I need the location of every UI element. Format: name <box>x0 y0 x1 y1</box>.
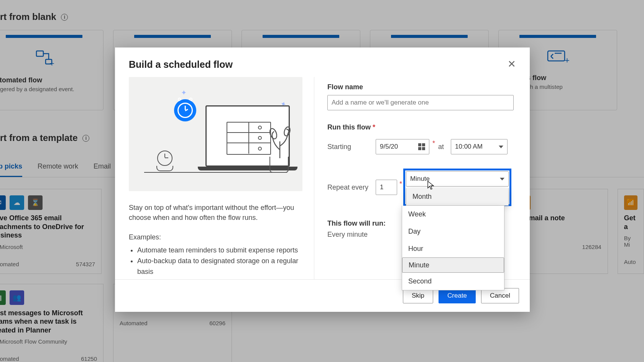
template-type: Automated <box>0 261 19 267</box>
repeat-interval-input[interactable] <box>376 180 397 195</box>
template-type: Auto <box>624 259 636 265</box>
template-usage-count: 126284 <box>582 244 601 250</box>
examples-list: Automate team reminders to submit expens… <box>137 245 302 277</box>
template-author: By Microsoft <box>0 244 95 250</box>
template-author: By Mi <box>624 235 637 248</box>
template-usage-count: 60296 <box>209 320 225 326</box>
modal-title: Build a scheduled flow <box>129 59 233 70</box>
run-this-flow-label: Run this flow <box>327 123 514 131</box>
starting-date-input[interactable]: 9/5/20 <box>376 139 429 154</box>
repeat-every-label: Repeat every <box>327 183 369 192</box>
examples-heading: Examples: <box>129 233 302 241</box>
tab-top-picks[interactable]: p picks <box>0 162 22 177</box>
modal-lead-text: Stay on top of what's important without … <box>129 203 302 223</box>
process-flow-icon: + <box>546 49 569 66</box>
svg-text:+: + <box>565 56 569 64</box>
scheduled-flow-modal: Build a scheduled flow ✕ ✦✦ <box>115 48 530 312</box>
alarm-clock-icon <box>174 99 196 121</box>
unit-option-second[interactable]: Second <box>402 273 504 290</box>
template-type: Automated <box>120 320 148 326</box>
repeat-unit-select[interactable]: Minute <box>406 171 509 187</box>
template-title: Get a <box>624 214 637 231</box>
date-value: 9/5/20 <box>380 143 398 151</box>
onedrive-icon: ☁ <box>10 195 24 210</box>
unit-option-week[interactable]: Week <box>402 206 504 223</box>
archive-icon: ⌛ <box>28 195 43 210</box>
skip-button[interactable]: Skip <box>403 288 433 303</box>
svg-rect-0 <box>36 51 43 56</box>
svg-rect-3 <box>548 51 565 61</box>
desk-clock-icon <box>156 151 174 173</box>
template-usage-count: 574327 <box>76 261 95 267</box>
info-icon: i <box>61 14 68 21</box>
repeat-unit-value: Minute <box>410 175 430 183</box>
tab-remote-work[interactable]: Remote work <box>38 162 78 177</box>
template-card[interactable]: ▦ 👥 Post messages to Microsoft Teams whe… <box>0 284 104 362</box>
flow-name-label: Flow name <box>327 83 514 91</box>
template-card[interactable]: ✉ ☁ ⌛ Save Office 365 email attachments … <box>0 189 102 274</box>
required-asterisk: * <box>399 180 402 188</box>
svg-point-5 <box>269 128 278 140</box>
outlook-icon: ✉ <box>0 195 6 210</box>
unit-option-month[interactable]: Month <box>406 188 508 205</box>
example-item: Automate team reminders to submit expens… <box>137 245 302 256</box>
section-start-blank: rt from blank <box>0 11 56 22</box>
card-title: Automated flow <box>0 76 48 84</box>
info-icon: i <box>82 135 89 142</box>
create-button[interactable]: Create <box>439 288 476 303</box>
modal-right-panel: Flow name Run this flow Starting 9/5/20 … <box>314 77 526 279</box>
repeat-unit-dropdown: Week Day Hour Minute Second <box>402 206 504 290</box>
required-asterisk: * <box>432 139 435 147</box>
close-icon[interactable]: ✕ <box>508 59 516 69</box>
template-usage-count: 61250 <box>81 355 97 362</box>
example-item: Auto-backup data to designated storage o… <box>137 256 302 277</box>
chevron-down-icon <box>499 146 503 148</box>
flow-name-input[interactable] <box>327 95 514 110</box>
tab-email[interactable]: Email <box>94 162 111 177</box>
teams-icon: 👥 <box>10 290 24 305</box>
template-title: Post messages to Microsoft Teams when a … <box>0 309 97 335</box>
template-author: By Microsoft Flow Community <box>0 338 97 345</box>
illustration: ✦✦ <box>129 77 302 191</box>
automated-flow-icon: + <box>34 49 54 68</box>
flow-will-run-label: This flow will run: <box>327 219 386 227</box>
unit-option-minute[interactable]: Minute <box>402 257 504 273</box>
chevron-down-icon <box>500 178 504 180</box>
template-title: Save Office 365 email attachments to One… <box>0 214 95 240</box>
at-label: at <box>438 143 444 151</box>
modal-left-panel: ✦✦ Stay <box>129 77 314 279</box>
template-type: Automated <box>0 355 19 362</box>
svg-text:+: + <box>49 59 54 66</box>
cancel-button[interactable]: Cancel <box>481 288 519 303</box>
calendar-icon <box>418 143 425 150</box>
plant-icon <box>266 127 292 173</box>
section-start-template: rt from a template <box>0 133 78 143</box>
unit-option-day[interactable]: Day <box>402 223 504 240</box>
template-card-partial[interactable]: 📶 Get a By Mi Auto <box>618 189 644 274</box>
unit-option-hour[interactable]: Hour <box>402 240 504 257</box>
starting-time-select[interactable]: 10:00 AM <box>451 139 508 154</box>
time-value: 10:00 AM <box>455 143 483 151</box>
card-subtitle: Triggered by a designated event. <box>0 84 80 94</box>
rss-icon: 📶 <box>624 195 637 210</box>
card-automated-flow[interactable]: + Automated flow Triggered by a designat… <box>0 30 104 110</box>
planner-icon: ▦ <box>0 290 6 305</box>
starting-label: Starting <box>327 143 369 151</box>
